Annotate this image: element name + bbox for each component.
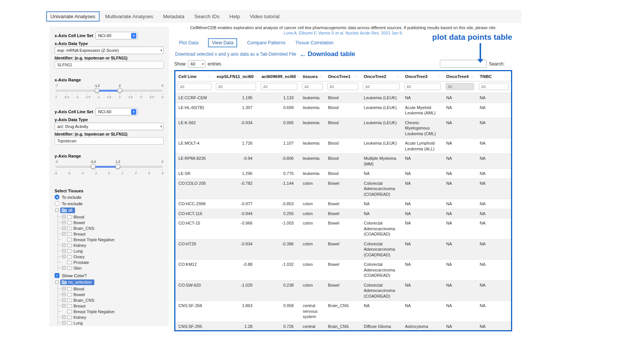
tree-item-blood[interactable]: +Blood xyxy=(58,286,164,292)
nav-tab-metadata[interactable]: Metadata xyxy=(158,11,189,22)
sort-icon[interactable]: ↑↓ xyxy=(319,75,322,78)
x-axis-cell-line-set-select[interactable]: NCI-60 ▾ xyxy=(95,32,138,39)
column-header-expslfn11-nci60[interactable]: expSLFN11_nci60↑↓ xyxy=(214,71,259,81)
tree-item-prostate[interactable]: +Prostate xyxy=(58,259,164,265)
filter-input-cell-line[interactable] xyxy=(178,83,211,90)
nav-tab-univariate-analyses[interactable]: Univariate Analyses xyxy=(46,11,100,22)
tree-expand-toggle[interactable]: + xyxy=(62,221,66,224)
tree-expand-toggle[interactable]: + xyxy=(62,255,66,258)
entries-select[interactable]: 60 ▾ xyxy=(188,60,205,68)
tree-expand-toggle[interactable]: + xyxy=(62,298,66,302)
x-axis-identifier-input[interactable] xyxy=(55,61,164,69)
sort-icon[interactable]: ↑↓ xyxy=(355,75,358,78)
tree-expand-toggle[interactable]: + xyxy=(62,315,66,319)
tree-item-kidney[interactable]: +Kidney xyxy=(58,314,164,320)
select-value: NCI-60 xyxy=(98,109,111,114)
column-header-oncotree3[interactable]: OncoTree3↑↓ xyxy=(402,71,443,81)
nav-tab-video-tutorial[interactable]: Video tutorial xyxy=(245,11,284,22)
sort-icon[interactable]: ↑↓ xyxy=(505,75,508,78)
cell-cell-line: LE:RPMI-8226 xyxy=(175,154,214,169)
filter-input-expslfn11-nci60[interactable] xyxy=(216,83,256,90)
slider-handle-low[interactable] xyxy=(91,164,95,169)
sort-icon[interactable]: ↑↓ xyxy=(208,75,211,78)
tree-item-bowel[interactable]: +Bowel xyxy=(58,220,164,225)
column-header-cell-line[interactable]: Cell Line↑↓ xyxy=(175,71,214,81)
column-header-oncotree2[interactable]: OncoTree2↑↓ xyxy=(361,71,402,81)
view-tab-tissue-correlation[interactable]: Tissue Correlation xyxy=(295,40,334,45)
radio-to-exclude[interactable]: To exclude xyxy=(55,201,164,206)
view-tab-compare-patterns[interactable]: Compare Patterns xyxy=(247,40,285,45)
filter-input-oncotree4[interactable] xyxy=(445,83,475,90)
tree-expand-toggle[interactable]: + xyxy=(62,232,66,236)
column-header-act609699-nci60[interactable]: act609699_nci60↑↓ xyxy=(258,71,300,81)
sort-icon[interactable]: ↑↓ xyxy=(297,75,299,78)
tree-expand-toggle[interactable]: + xyxy=(62,321,66,325)
tree-expand-toggle[interactable]: + xyxy=(62,304,66,307)
tree-item-breast-triple-negative[interactable]: +Breast Triple Negative xyxy=(58,309,164,314)
cell-expslfn11-nci60: 1.195 xyxy=(214,93,259,103)
tree-item-breast-triple-negative[interactable]: +Breast Triple Negative xyxy=(58,237,164,242)
y-axis-identifier-input[interactable] xyxy=(55,137,164,145)
select-tissues-label: Select Tissues xyxy=(55,189,164,193)
y-axis-data-type-select[interactable]: act: Drug Activity ▾ xyxy=(55,123,164,130)
radio-to-include[interactable]: To include xyxy=(55,195,164,200)
cell-oncotree3: NA xyxy=(402,218,443,239)
download-tsv-link[interactable]: Download selected x and y axis data as a… xyxy=(175,51,296,57)
view-tab-plot-data[interactable]: Plot Data xyxy=(179,40,198,45)
tree-item-lung[interactable]: +Lung xyxy=(58,320,164,326)
tree-expand-toggle[interactable]: + xyxy=(62,215,66,218)
column-header-tnbc[interactable]: TNBC↑↓ xyxy=(477,71,511,81)
tree-item-breast[interactable]: +Breast xyxy=(58,303,164,309)
slider-handle-high[interactable] xyxy=(115,164,120,169)
tree-root-all[interactable]: all xyxy=(60,208,75,213)
tissue-include-tree: -all+Blood+Bowel+Brain_CNS+Breast+Breast… xyxy=(55,208,164,271)
x-axis-range-slider[interactable]: -7 -1.2 2 8 -7-5.5-4-2.5-10.523.556.58 xyxy=(56,84,163,100)
tree-collapse-toggle[interactable]: - xyxy=(55,209,59,212)
slider-handle-high[interactable] xyxy=(117,88,122,93)
filter-input-oncotree3[interactable] xyxy=(404,83,441,90)
x-axis-data-type-select[interactable]: exp: mRNA Expression (Z-Score) ▾ xyxy=(55,47,164,54)
tree-collapse-toggle[interactable]: - xyxy=(55,281,59,284)
cell-expslfn11-nci60: -0.934 xyxy=(214,118,259,139)
sort-icon[interactable]: ↑↓ xyxy=(396,75,399,78)
column-header-oncotree4[interactable]: OncoTree4↑↓ xyxy=(443,71,477,81)
tree-root-no-selection[interactable]: no_selection xyxy=(60,279,94,285)
tree-item-brain-cns[interactable]: +Brain_CNS xyxy=(58,297,164,303)
slider-tick-label: -5.5 xyxy=(64,95,69,99)
tree-item-skin[interactable]: +Skin xyxy=(58,265,164,271)
slider-tick-label: 6.5 xyxy=(150,95,154,99)
sort-icon[interactable]: ↑↓ xyxy=(471,75,474,78)
column-header-tissues[interactable]: tissues↑↓ xyxy=(300,71,325,81)
column-header-oncotree1[interactable]: OncoTree1↑↓ xyxy=(325,71,361,81)
tree-expand-toggle[interactable]: + xyxy=(62,266,66,270)
tree-expand-toggle[interactable]: + xyxy=(62,243,66,247)
tree-expand-toggle[interactable]: + xyxy=(62,287,66,290)
tree-item-breast[interactable]: +Breast xyxy=(58,231,164,237)
cell-oncotree3: NA xyxy=(402,209,443,218)
filter-input-oncotree2[interactable] xyxy=(363,83,400,90)
nav-tab-search-ids[interactable]: Search IDs xyxy=(189,11,225,22)
sort-icon[interactable]: ↑↓ xyxy=(254,75,257,78)
filter-input-tnbc[interactable] xyxy=(479,83,509,90)
view-tab-view-data[interactable]: View Data xyxy=(208,38,237,47)
tree-item-blood[interactable]: +Blood xyxy=(58,214,164,220)
show-color-checkbox-row[interactable]: ✓ Show Color? xyxy=(55,273,164,278)
tree-item-bowel[interactable]: +Bowel xyxy=(58,292,164,297)
y-axis-cell-line-set-select[interactable]: NCI-60 ▾ xyxy=(95,108,138,115)
tree-expand-toggle[interactable]: + xyxy=(62,249,66,253)
nav-tab-multivariate-analyses[interactable]: Multivariate Analyses xyxy=(100,11,158,22)
tree-expand-toggle[interactable]: + xyxy=(62,293,66,296)
tree-item-kidney[interactable]: +Kidney xyxy=(58,242,164,248)
tree-expand-toggle[interactable]: + xyxy=(62,226,66,230)
tree-item-ovary[interactable]: +Ovary xyxy=(58,254,164,259)
filter-input-oncotree1[interactable] xyxy=(327,83,359,90)
tree-item-brain-cns[interactable]: +Brain_CNS xyxy=(58,225,164,231)
tree-item-ovary[interactable]: +Ovary xyxy=(58,326,164,326)
filter-input-act609699-nci60[interactable] xyxy=(261,83,297,90)
filter-input-tissues[interactable] xyxy=(302,83,322,90)
nav-tab-help[interactable]: Help xyxy=(224,11,245,22)
slider-handle-low[interactable] xyxy=(95,88,100,93)
tree-item-lung[interactable]: +Lung xyxy=(58,248,164,254)
y-axis-range-slider[interactable]: -8 -2.4 1.3 8 -8-6-4-202468 xyxy=(56,160,163,176)
sort-icon[interactable]: ↑↓ xyxy=(438,75,440,78)
